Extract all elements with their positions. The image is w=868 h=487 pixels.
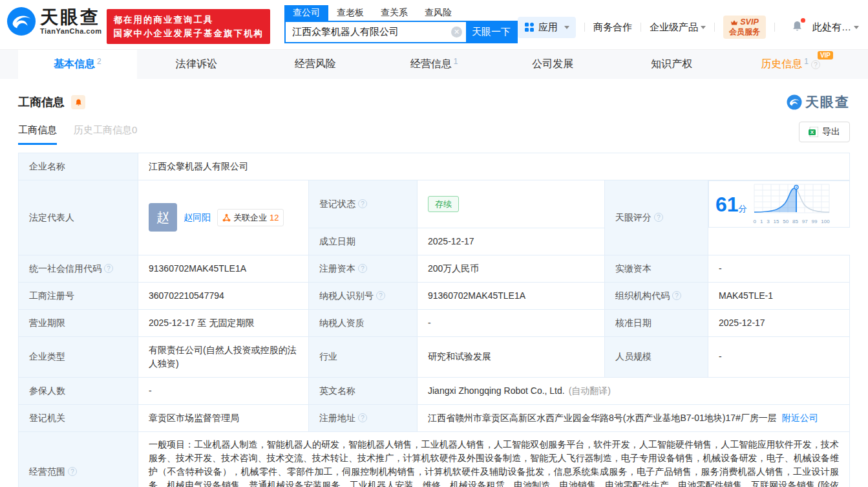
help-icon[interactable]: ? [358, 199, 367, 208]
help-icon[interactable]: ? [358, 264, 367, 273]
tab-legal-proceedings[interactable]: 法律诉讼 [137, 50, 256, 79]
tab-company-development[interactable]: 公司发展 [493, 50, 612, 79]
search-tab-relation[interactable]: 查关系 [372, 5, 416, 21]
help-icon[interactable]: ? [811, 60, 820, 69]
network-icon [222, 213, 231, 222]
tab-history-info[interactable]: VIP 历史信息 1 ? [731, 50, 850, 79]
help-icon[interactable]: ? [654, 213, 663, 222]
reg-status-label: 登记状态? [309, 180, 418, 228]
score-unit: 分 [739, 204, 747, 213]
subtab-business-info[interactable]: 工商信息 [18, 124, 57, 145]
table-row: 工商注册号 360702210547794 纳税人识别号? 91360702MA… [19, 282, 850, 309]
legal-rep-label: 法定代表人 [19, 180, 138, 255]
related-companies-badge[interactable]: 关联企业 12 [217, 209, 284, 226]
logo-text: 天眼查 TianYanCha.com [40, 8, 101, 35]
business-term-label: 营业期限 [19, 309, 138, 336]
export-button[interactable]: X 导出 [799, 122, 850, 142]
search-input[interactable] [286, 22, 466, 42]
tab-badge: 1 [804, 57, 809, 66]
tab-operating-risk[interactable]: 经营风险 [256, 50, 375, 79]
subtab-history-business-info[interactable]: 历史工商信息0 [74, 124, 137, 145]
business-info-table: 企业名称 江西众擎机器人有限公司 法定代表人 赵 赵同阳 关联企业 12 [18, 153, 850, 487]
crown-icon [730, 19, 738, 26]
help-icon[interactable]: ? [104, 264, 113, 273]
reg-number-label: 工商注册号 [19, 282, 138, 309]
staff-size-value: - [708, 336, 850, 377]
watermark-text: 天眼查 [805, 93, 850, 111]
status-badge: 存续 [428, 196, 459, 212]
reg-number-value: 360702210547794 [138, 282, 309, 309]
business-term-value: 2025-12-17 至 无固定期限 [138, 309, 309, 336]
tab-operating-info[interactable]: 经营信息 1 [375, 50, 494, 79]
divider [774, 23, 775, 32]
divider [714, 23, 715, 32]
nearby-companies-link[interactable]: 附近公司 [782, 413, 818, 423]
tianyancha-watermark-icon [787, 94, 802, 110]
legal-rep-link[interactable]: 赵同阳 [184, 211, 211, 224]
help-icon[interactable]: ? [358, 413, 367, 422]
related-count: 12 [270, 211, 279, 224]
search-button[interactable]: 天眼一下 [466, 22, 516, 42]
taxpayer-id-label: 纳税人识别号? [309, 282, 418, 309]
svg-text:X: X [810, 129, 814, 135]
help-icon[interactable]: ? [672, 291, 681, 300]
taxpayer-quality-label: 纳税人资质 [309, 309, 418, 336]
divider [584, 23, 585, 32]
user-menu[interactable]: 此处有… [812, 21, 859, 34]
export-label: 导出 [822, 126, 840, 138]
tianyancha-logo-icon [6, 6, 36, 36]
cooperation-link[interactable]: 商务合作 [593, 21, 632, 34]
company-type-value: 有限责任公司(自然人投资或控股的法人独资) [138, 336, 309, 377]
enterprise-products-menu[interactable]: 企业级产品 [650, 21, 706, 34]
divider [640, 23, 641, 32]
help-icon[interactable]: ? [68, 467, 77, 476]
tab-label: 经营风险 [295, 58, 336, 71]
notification-bell-icon[interactable] [791, 20, 803, 35]
reg-capital-label: 注册资本? [309, 255, 418, 282]
staff-size-label: 人员规模 [605, 336, 708, 377]
related-label: 关联企业 [233, 211, 267, 224]
paid-capital-value: - [708, 255, 850, 282]
tab-badge: 1 [454, 57, 458, 66]
insured-count-value: - [138, 377, 309, 404]
reg-address-label: 注册地址? [309, 404, 418, 431]
table-row: 企业名称 江西众擎机器人有限公司 [19, 153, 850, 180]
score-cell[interactable]: 61分 [708, 180, 850, 228]
org-code-label: 组织机构代码? [605, 282, 708, 309]
tab-label: 经营信息 [410, 58, 452, 71]
score-value: 61 [715, 193, 739, 216]
subscribe-bell-icon[interactable] [71, 95, 85, 109]
table-row: 参保人数 - 英文名称 Jiangxi Zhongqing Robot Co.,… [19, 377, 850, 404]
table-row: 法定代表人 赵 赵同阳 关联企业 12 登记状态? [19, 180, 850, 228]
table-row: 经营范围? 一般项目：工业机器人制造，智能机器人的研发，智能机器人销售，工业机器… [19, 431, 850, 487]
search-tab-boss[interactable]: 查老板 [328, 5, 372, 21]
tab-intellectual-property[interactable]: 知识产权 [612, 50, 731, 79]
apps-menu[interactable]: 应用 [518, 17, 576, 38]
search-tab-risk[interactable]: 查风险 [416, 5, 460, 21]
tab-basic-info[interactable]: 基本信息 2 [18, 50, 137, 79]
avatar[interactable]: 赵 [149, 203, 177, 232]
brand-domain: TianYanCha.com [40, 27, 101, 35]
clear-icon[interactable]: ✕ [451, 27, 462, 38]
org-code-value: MAK45TLE-1 [708, 282, 850, 309]
reg-authority-value: 章贡区市场监督管理局 [138, 404, 309, 431]
apps-label: 应用 [538, 21, 558, 34]
business-scope-value: 一般项目：工业机器人制造，智能机器人的研发，智能机器人销售，工业机器人销售，人工… [138, 431, 850, 487]
site-logo[interactable]: 天眼查 TianYanCha.com [6, 6, 101, 36]
score-label: 天眼评分? [605, 180, 708, 255]
auto-translate-note: (自动翻译) [569, 385, 611, 396]
slogan-banner: 都在用的商业查询工具 国家中小企业发展子基金旗下机构 [107, 9, 270, 44]
company-type-label: 企业类型 [19, 336, 138, 377]
svip-label: SVIP [740, 17, 759, 27]
english-name-label: 英文名称 [309, 377, 418, 404]
enterprise-products-label: 企业级产品 [650, 21, 698, 34]
credit-code-value: 91360702MAK45TLE1A [138, 255, 309, 282]
help-icon[interactable]: ? [376, 291, 385, 300]
section-title: 工商信息 [18, 94, 65, 110]
vip-badge: VIP [818, 51, 833, 60]
svip-member-button[interactable]: SVIP 会员服务 [723, 16, 766, 39]
apps-grid-icon [524, 22, 535, 32]
search-tab-company[interactable]: 查公司 [284, 5, 328, 21]
taxpayer-quality-value: - [418, 309, 605, 336]
legal-rep-cell: 赵 赵同阳 关联企业 12 [138, 180, 309, 255]
